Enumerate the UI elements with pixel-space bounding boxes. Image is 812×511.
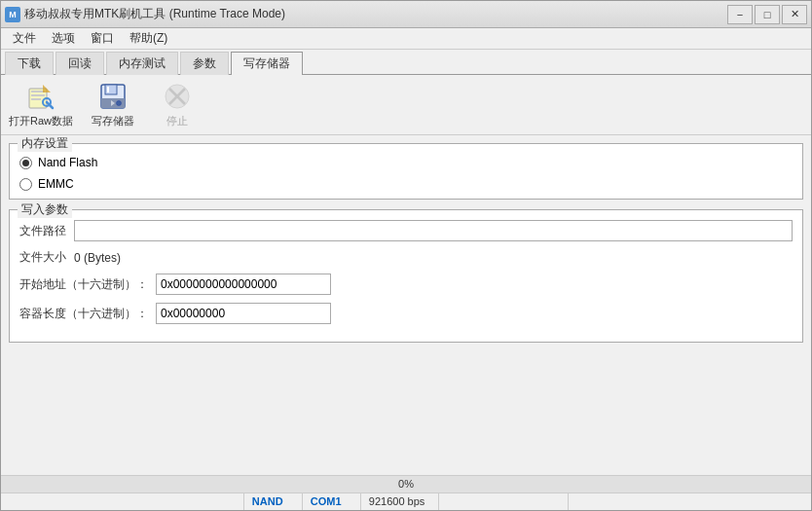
tab-readback[interactable]: 回读 [55, 52, 104, 75]
menu-window[interactable]: 窗口 [83, 28, 122, 49]
tab-download[interactable]: 下载 [5, 52, 54, 75]
status-item-com1: COM1 [303, 493, 361, 510]
stop-icon [162, 81, 193, 112]
status-item-nand: NAND [244, 493, 303, 510]
status-item-0 [1, 493, 244, 510]
write-params-title: 写入参数 [18, 201, 72, 218]
svg-point-10 [117, 101, 122, 106]
window-title: 移动叔叔专用MTK刷机工具 (Runtime Trace Mode) [24, 6, 727, 22]
write-params-group: 写入参数 文件路径 文件大小 0 (Bytes) 开始地址（十六进制）： 容器长… [9, 209, 803, 343]
progress-bar-container: 0% [1, 476, 811, 493]
svg-rect-3 [31, 98, 41, 100]
menu-bar: 文件 选项 窗口 帮助(Z) [1, 28, 811, 50]
menu-options[interactable]: 选项 [44, 28, 83, 49]
file-size-value: 0 (Bytes) [74, 251, 121, 265]
svg-rect-7 [105, 85, 117, 94]
maximize-button[interactable]: □ [755, 5, 780, 24]
status-bar: 0% NAND COM1 921600 bps [1, 475, 811, 510]
memory-device-title: 内存设置 [18, 135, 72, 152]
nand-flash-radio[interactable] [19, 157, 32, 169]
tab-memory-test[interactable]: 内存测试 [106, 52, 178, 75]
tabs-bar: 下载 回读 内存测试 参数 写存储器 [1, 50, 811, 75]
open-raw-button[interactable]: 打开Raw数据 [9, 81, 73, 128]
emmc-option[interactable]: EMMC [19, 177, 793, 191]
open-raw-label: 打开Raw数据 [9, 114, 73, 128]
tab-write-storage[interactable]: 写存储器 [231, 52, 303, 75]
svg-marker-4 [43, 85, 51, 92]
title-bar: M 移动叔叔专用MTK刷机工具 (Runtime Trace Mode) − □… [1, 1, 811, 28]
nand-flash-option[interactable]: Nand Flash [19, 156, 793, 169]
start-addr-input[interactable] [156, 274, 331, 295]
file-path-label: 文件路径 [19, 223, 66, 239]
stop-button[interactable]: 停止 [153, 81, 202, 128]
emmc-label: EMMC [38, 177, 74, 191]
status-items: NAND COM1 921600 bps [1, 493, 811, 510]
container-len-row: 容器长度（十六进制）： [19, 303, 793, 324]
start-addr-label: 开始地址（十六进制）： [19, 276, 148, 293]
app-icon: M [5, 7, 20, 22]
toolbar: 打开Raw数据 写存储器 [1, 75, 811, 135]
file-path-input[interactable] [74, 220, 793, 241]
close-button[interactable]: ✕ [782, 5, 807, 24]
emmc-radio[interactable] [19, 178, 32, 191]
memory-device-options: Nand Flash EMMC [19, 152, 793, 191]
menu-file[interactable]: 文件 [5, 28, 44, 49]
container-len-input[interactable] [156, 303, 331, 324]
svg-rect-8 [107, 87, 109, 92]
stop-label: 停止 [166, 114, 188, 128]
start-addr-row: 开始地址（十六进制）： [19, 274, 793, 295]
file-path-row: 文件路径 [19, 220, 793, 241]
write-storage-button[interactable]: 写存储器 [89, 81, 137, 128]
file-size-label: 文件大小 [19, 249, 66, 266]
svg-rect-1 [31, 91, 45, 92]
progress-text: 0% [398, 478, 414, 490]
file-size-row: 文件大小 0 (Bytes) [19, 249, 793, 266]
memory-device-group: 内存设置 Nand Flash EMMC [9, 143, 803, 200]
minimize-button[interactable]: − [727, 5, 753, 24]
status-item-bps: 921600 bps [361, 493, 439, 510]
status-item-5 [569, 493, 811, 510]
container-len-label: 容器长度（十六进制）： [19, 306, 148, 322]
main-window: M 移动叔叔专用MTK刷机工具 (Runtime Trace Mode) − □… [0, 0, 812, 511]
status-item-4 [439, 493, 569, 510]
tab-params[interactable]: 参数 [180, 52, 229, 75]
main-content: 内存设置 Nand Flash EMMC 写入参数 文件路径 [1, 135, 811, 475]
write-storage-label: 写存储器 [92, 114, 134, 128]
write-storage-icon [97, 81, 129, 112]
open-raw-icon [25, 81, 56, 112]
window-controls: − □ ✕ [727, 5, 807, 24]
menu-help[interactable]: 帮助(Z) [122, 28, 175, 49]
svg-rect-2 [31, 94, 45, 96]
nand-flash-label: Nand Flash [38, 156, 97, 169]
